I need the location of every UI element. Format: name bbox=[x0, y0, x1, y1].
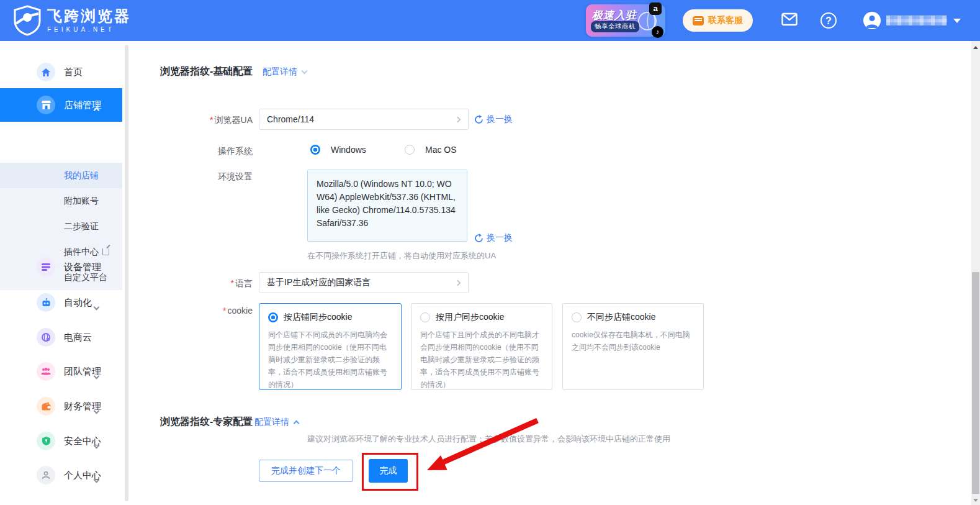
expert-config-detail-link[interactable]: 配置详情 bbox=[254, 417, 289, 428]
cookie-option-desc: 同个店铺下不同成员的不同电脑均会同步使用相同的cookie（使用不同电脑时减少重… bbox=[268, 329, 392, 391]
required-asterisk: * bbox=[210, 115, 213, 125]
os-radio-windows[interactable]: Windows bbox=[310, 145, 366, 155]
amazon-icon: a bbox=[649, 2, 662, 15]
sidebar-item-finance-management[interactable]: 财务管理 bbox=[0, 389, 122, 424]
lang-field-label: *语言 bbox=[155, 278, 253, 289]
sidebar-item-ecommerce-cloud[interactable]: 电商云 bbox=[0, 320, 122, 355]
refresh-icon bbox=[474, 115, 483, 124]
sidebar-subitem-my-stores[interactable]: 我的店铺 bbox=[0, 163, 122, 188]
cookie-option-desc: 同个店铺下且同个成员的不同电脑才会同步使用相同的cookie（使用不同电脑时减少… bbox=[420, 329, 543, 391]
expert-config-title: 浏览器指纹-专家配置 bbox=[160, 416, 253, 429]
expert-note: 建议对浏览器环境了解的专业技术人员进行配置；若参数值设置异常，会影响该环境中店铺… bbox=[307, 434, 670, 445]
radio-label: Windows bbox=[331, 145, 366, 155]
user-menu-caret-icon[interactable] bbox=[953, 19, 961, 23]
sidebar-item-store-management[interactable]: 店铺管理 bbox=[0, 88, 122, 122]
chat-icon bbox=[693, 16, 704, 25]
cookie-option-card-user-sync[interactable]: 按用户同步cookie 同个店铺下且同个成员的不同电脑才会同步使用相同的cook… bbox=[411, 303, 552, 390]
cookie-option-title: 按用户同步cookie bbox=[436, 312, 504, 323]
help-icon[interactable]: ? bbox=[820, 12, 837, 29]
avatar[interactable] bbox=[863, 12, 881, 29]
ua-swap-link[interactable]: 换一换 bbox=[474, 114, 513, 125]
promo-banner[interactable]: 极速入驻 畅享全球商机 a ♪ bbox=[586, 4, 665, 37]
ua-field-label: *浏览器UA bbox=[155, 115, 253, 126]
sidebar-item-automation[interactable]: 自动化 bbox=[0, 285, 122, 320]
subitem-label: 二步验证 bbox=[64, 221, 99, 232]
env-swap-link[interactable]: 换一换 bbox=[474, 232, 513, 243]
store-icon bbox=[37, 96, 55, 114]
finish-and-create-next-button[interactable]: 完成并创建下一个 bbox=[259, 460, 353, 482]
promo-line1: 极速入驻 bbox=[592, 8, 637, 22]
lang-select-value: 基于IP生成对应的国家语言 bbox=[267, 277, 371, 288]
contact-support-button[interactable]: 联系客服 bbox=[683, 9, 753, 32]
chevron-right-icon bbox=[455, 117, 461, 123]
subitem-label: 附加账号 bbox=[64, 196, 99, 207]
sidebar-item-home[interactable]: 首页 bbox=[0, 55, 122, 89]
page-scrollbar[interactable] bbox=[971, 41, 980, 505]
sidebar-scrollbar-thumb[interactable] bbox=[125, 45, 128, 501]
wallet-icon bbox=[37, 397, 55, 416]
sidebar-nav: 首页 店铺管理 我的店铺 附加账号 二步验证 bbox=[0, 41, 122, 505]
sidebar-item-device-management[interactable]: 设备管理 bbox=[0, 250, 122, 284]
swap-label: 换一换 bbox=[487, 114, 513, 125]
sidebar-scrollbar[interactable] bbox=[122, 41, 133, 505]
required-asterisk: * bbox=[231, 278, 234, 288]
scrollbar-thumb[interactable] bbox=[972, 272, 979, 494]
home-icon bbox=[37, 63, 55, 81]
sidebar-item-team-management[interactable]: 团队管理 bbox=[0, 354, 122, 389]
radio-unselected-icon[interactable] bbox=[405, 145, 415, 155]
cookie-option-desc: cookie仅保存在电脑本机，不同电脑之间均不会同步到该cookie bbox=[572, 329, 695, 353]
tiktok-icon: ♪ bbox=[652, 26, 663, 38]
sidebar-item-personal-center[interactable]: 个人中心 bbox=[0, 458, 122, 493]
basic-config-detail-link[interactable]: 配置详情 bbox=[263, 66, 297, 78]
sidebar-item-label: 首页 bbox=[64, 66, 83, 78]
robot-icon bbox=[37, 293, 55, 312]
promo-line2: 畅享全球商机 bbox=[591, 21, 639, 32]
sidebar-item-security-center[interactable]: 安全中心 bbox=[0, 424, 122, 458]
feikua-browser-app: 飞跨浏览器 FEIKUA.NET 极速入驻 畅享全球商机 a ♪ 联系客服 ? bbox=[0, 0, 980, 505]
basic-config-title: 浏览器指纹-基础配置 bbox=[160, 65, 253, 78]
cookie-option-card-no-sync[interactable]: 不同步店铺cookie cookie仅保存在电脑本机，不同电脑之间均不会同步到该… bbox=[562, 303, 704, 390]
person-icon bbox=[37, 466, 55, 485]
refresh-icon bbox=[474, 234, 483, 243]
radio-label: Mac OS bbox=[425, 145, 457, 155]
expand-caret-icon bbox=[94, 473, 99, 485]
env-note: 在不同操作系统打开店铺，将自动使用对应系统的UA bbox=[307, 250, 496, 262]
expand-caret-icon bbox=[94, 439, 99, 450]
annotation-highlight-box bbox=[362, 453, 418, 491]
expand-caret-icon bbox=[94, 404, 99, 416]
os-radio-macos[interactable]: Mac OS bbox=[405, 145, 457, 155]
expand-caret-icon bbox=[94, 370, 99, 381]
radio-selected-icon[interactable] bbox=[310, 145, 320, 155]
main-content: 浏览器指纹-基础配置 配置详情 *浏览器UA Chrome/114 换一换 操作… bbox=[133, 41, 971, 505]
env-field-label: 环境设置 bbox=[155, 171, 253, 183]
scrollbar-down-arrow-icon[interactable] bbox=[973, 499, 978, 502]
chevron-down-icon[interactable] bbox=[302, 68, 308, 75]
radio-selected-icon[interactable] bbox=[268, 312, 278, 322]
top-header: 飞跨浏览器 FEIKUA.NET 极速入驻 畅享全球商机 a ♪ 联系客服 ? bbox=[0, 0, 980, 41]
chevron-right-icon bbox=[455, 280, 461, 286]
cookie-option-title: 不同步店铺cookie bbox=[587, 312, 655, 323]
subitem-label: 我的店铺 bbox=[64, 170, 99, 181]
ua-select[interactable]: Chrome/114 bbox=[259, 109, 469, 130]
app-logo[interactable]: 飞跨浏览器 FEIKUA.NET bbox=[12, 5, 131, 36]
mail-icon[interactable] bbox=[781, 12, 798, 26]
chevron-up-icon[interactable] bbox=[294, 421, 300, 427]
scrollbar-up-arrow-icon[interactable] bbox=[973, 46, 978, 49]
swap-label: 换一换 bbox=[487, 232, 513, 243]
required-asterisk: * bbox=[223, 306, 226, 316]
cookie-field-label: *cookie bbox=[155, 306, 253, 316]
os-field-label: 操作系统 bbox=[155, 146, 253, 157]
logo-subtitle: FEIKUA.NET bbox=[47, 26, 131, 33]
sidebar-subitem-two-step-verification[interactable]: 二步验证 bbox=[0, 214, 122, 239]
sidebar-subitem-extra-accounts[interactable]: 附加账号 bbox=[0, 188, 122, 214]
env-textarea[interactable]: Mozilla/5.0 (Windows NT 10.0; WOW64) App… bbox=[307, 170, 467, 242]
lang-select[interactable]: 基于IP生成对应的国家语言 bbox=[259, 272, 469, 293]
radio-unselected-icon[interactable] bbox=[420, 312, 430, 322]
cookie-option-title: 按店铺同步cookie bbox=[284, 312, 352, 323]
radio-unselected-icon[interactable] bbox=[572, 312, 582, 322]
logo-title: 飞跨浏览器 bbox=[47, 8, 131, 24]
shield-logo-icon bbox=[12, 5, 42, 36]
cookie-option-card-store-sync[interactable]: 按店铺同步cookie 同个店铺下不同成员的不同电脑均会同步使用相同的cooki… bbox=[259, 303, 402, 390]
contact-support-label: 联系客服 bbox=[708, 15, 743, 26]
username-blurred[interactable] bbox=[886, 16, 947, 25]
